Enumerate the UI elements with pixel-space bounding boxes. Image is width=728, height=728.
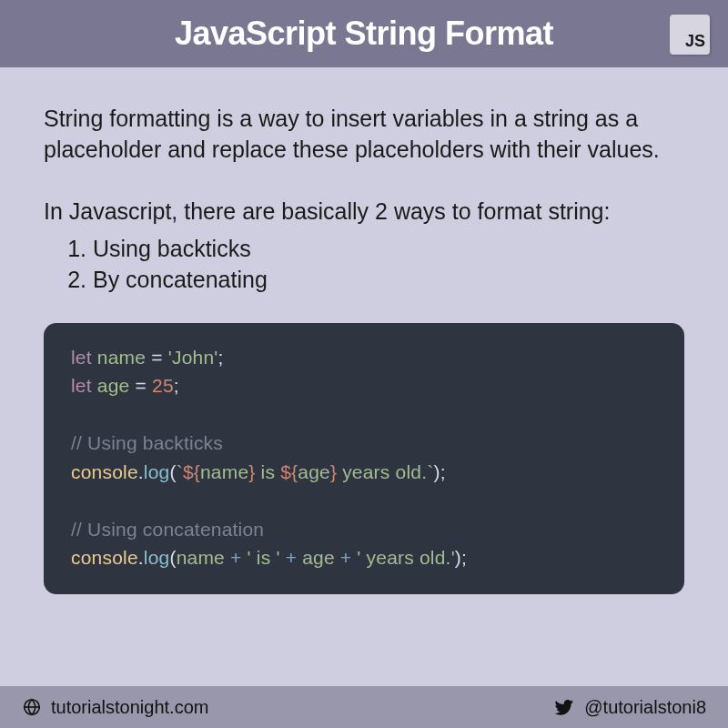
js-badge: JS	[670, 15, 710, 55]
code-line: console.log(name + ' is ' + age + ' year…	[71, 543, 657, 572]
twitter-icon	[553, 696, 575, 718]
footer-site: tutorialstonight.com	[22, 697, 208, 718]
page-title: JavaScript String Format	[175, 15, 553, 53]
ways-intro: In Javascript, there are basically 2 way…	[44, 197, 684, 228]
handle-label: @tutorialstoni8	[584, 697, 706, 718]
footer-bar: tutorialstonight.com @tutorialstoni8	[0, 686, 728, 728]
code-line: let name = 'John';	[71, 343, 657, 372]
ways-list: Using backticks By concatenating	[44, 234, 684, 296]
code-line: let age = 25;	[71, 371, 657, 400]
list-item: By concatenating	[93, 265, 684, 296]
intro-paragraph: String formatting is a way to insert var…	[44, 104, 684, 166]
code-block: let name = 'John'; let age = 25; // Usin…	[44, 323, 684, 594]
site-label: tutorialstonight.com	[51, 697, 208, 718]
footer-handle: @tutorialstoni8	[553, 696, 706, 718]
header-bar: JavaScript String Format JS	[0, 0, 728, 67]
content-area: String formatting is a way to insert var…	[0, 67, 728, 686]
globe-icon	[22, 697, 42, 717]
code-comment: // Using concatenation	[71, 515, 657, 544]
code-comment: // Using backticks	[71, 429, 657, 458]
list-item: Using backticks	[93, 234, 684, 265]
code-line: console.log(`${name} is ${age} years old…	[71, 458, 657, 487]
